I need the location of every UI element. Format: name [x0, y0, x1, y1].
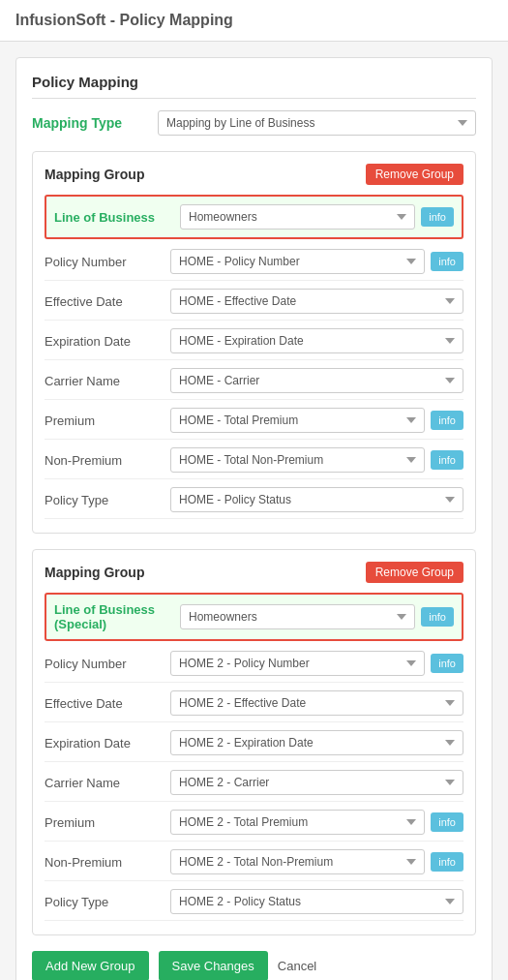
mapping-type-select[interactable]: Mapping by Line of Business [158, 110, 476, 136]
premium-info-1[interactable]: info [431, 411, 463, 430]
remove-group-1-button[interactable]: Remove Group [366, 164, 463, 185]
carrier-name-label-2: Carrier Name [45, 776, 170, 790]
mapping-group-2-title: Mapping Group [45, 565, 144, 580]
mapping-group-1-title: Mapping Group [45, 167, 144, 182]
field-row-policy-number-1: Policy Number HOME - Policy Number info [45, 243, 463, 281]
field-row-expiration-date-1: Expiration Date HOME - Expiration Date [45, 322, 463, 360]
policy-number-label-1: Policy Number [45, 255, 170, 269]
effective-date-select-1[interactable]: HOME - Effective Date [170, 289, 463, 314]
carrier-name-label-1: Carrier Name [45, 374, 170, 388]
premium-info-2[interactable]: info [431, 812, 463, 832]
field-row-effective-date-1: Effective Date HOME - Effective Date [45, 283, 463, 321]
lob-row-2: Line of Business (Special) Homeowners in… [45, 593, 463, 641]
lob-info-button-1[interactable]: info [421, 207, 454, 227]
field-row-policy-type-1: Policy Type HOME - Policy Status [45, 481, 463, 519]
header: InfusionSoft - Policy Mapping [0, 0, 508, 42]
field-row-policy-number-2: Policy Number HOME 2 - Policy Number inf… [45, 645, 463, 683]
non-premium-label-1: Non-Premium [45, 453, 170, 468]
non-premium-info-2[interactable]: info [431, 852, 463, 872]
expiration-date-select-1[interactable]: HOME - Expiration Date [170, 328, 463, 353]
non-premium-select-1[interactable]: HOME - Total Non-Premium [170, 447, 425, 473]
carrier-name-select-2[interactable]: HOME 2 - Carrier [170, 770, 463, 795]
non-premium-info-1[interactable]: info [431, 450, 463, 470]
page-title: InfusionSoft - Policy Mapping [15, 12, 233, 28]
premium-label-1: Premium [45, 413, 170, 428]
field-row-premium-2: Premium HOME 2 - Total Premium info [45, 804, 463, 842]
expiration-date-select-2[interactable]: HOME 2 - Expiration Date [170, 730, 463, 755]
section-title: Policy Mapping [32, 74, 476, 99]
footer-actions: Add New Group Save Changes Cancel Same L… [32, 951, 476, 980]
lob-select-1[interactable]: Homeowners [180, 204, 415, 230]
field-row-carrier-name-1: Carrier Name HOME - Carrier [45, 362, 463, 400]
mapping-group-2: Mapping Group Remove Group Line of Busin… [32, 549, 476, 935]
field-row-carrier-name-2: Carrier Name HOME 2 - Carrier [45, 764, 463, 802]
field-row-non-premium-2: Non-Premium HOME 2 - Total Non-Premium i… [45, 843, 463, 881]
field-row-expiration-date-2: Expiration Date HOME 2 - Expiration Date [45, 724, 463, 762]
effective-date-label-1: Effective Date [45, 294, 170, 309]
expiration-date-label-1: Expiration Date [45, 334, 170, 349]
policy-number-info-1[interactable]: info [431, 252, 463, 271]
mapping-group-1: Mapping Group Remove Group Line of Busin… [32, 151, 476, 534]
lob-row-1: Line of Business Homeowners info [45, 195, 463, 239]
carrier-name-select-1[interactable]: HOME - Carrier [170, 368, 463, 393]
mapping-type-label: Mapping Type [32, 115, 158, 131]
policy-type-label-1: Policy Type [45, 493, 170, 507]
premium-select-1[interactable]: HOME - Total Premium [170, 408, 425, 433]
save-changes-button[interactable]: Save Changes [159, 951, 268, 980]
policy-number-select-1[interactable]: HOME - Policy Number [170, 249, 425, 274]
add-new-group-button[interactable]: Add New Group [32, 951, 149, 980]
non-premium-label-2: Non-Premium [45, 855, 170, 870]
lob-select-2[interactable]: Homeowners [180, 604, 415, 629]
effective-date-label-2: Effective Date [45, 696, 170, 711]
field-row-policy-type-2: Policy Type HOME 2 - Policy Status [45, 883, 463, 921]
policy-type-label-2: Policy Type [45, 895, 170, 909]
policy-number-select-2[interactable]: HOME 2 - Policy Number [170, 651, 425, 676]
policy-number-label-2: Policy Number [45, 657, 170, 671]
remove-group-2-button[interactable]: Remove Group [366, 562, 463, 583]
field-row-premium-1: Premium HOME - Total Premium info [45, 402, 463, 440]
lob-label-1: Line of Business [54, 210, 180, 225]
policy-type-select-1[interactable]: HOME - Policy Status [170, 487, 463, 512]
effective-date-select-2[interactable]: HOME 2 - Effective Date [170, 690, 463, 716]
policy-number-info-2[interactable]: info [431, 654, 463, 673]
field-row-effective-date-2: Effective Date HOME 2 - Effective Date [45, 685, 463, 722]
non-premium-select-2[interactable]: HOME 2 - Total Non-Premium [170, 849, 425, 874]
policy-type-select-2[interactable]: HOME 2 - Policy Status [170, 889, 463, 914]
expiration-date-label-2: Expiration Date [45, 736, 170, 750]
field-row-non-premium-1: Non-Premium HOME - Total Non-Premium inf… [45, 442, 463, 479]
cancel-button[interactable]: Cancel [278, 959, 316, 973]
premium-select-2[interactable]: HOME 2 - Total Premium [170, 810, 425, 835]
lob-info-button-2[interactable]: info [421, 607, 454, 627]
lob-label-2: Line of Business (Special) [54, 602, 180, 631]
premium-label-2: Premium [45, 815, 170, 830]
